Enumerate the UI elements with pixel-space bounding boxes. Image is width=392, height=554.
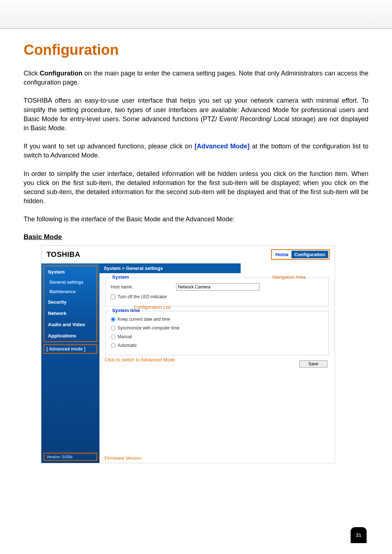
page-title: Configuration <box>24 42 368 58</box>
host-name-label: Host name: <box>111 284 176 290</box>
radio-keep-time[interactable] <box>111 317 115 322</box>
paragraph-5: The following is the interface of the Ba… <box>24 215 368 224</box>
annotation-firmware-version: Firmware Version <box>105 455 141 461</box>
page-number-badge: 31 <box>351 527 367 543</box>
text-bold: Configuration <box>40 70 82 77</box>
sidebar-item-network[interactable]: Network <box>44 308 97 319</box>
subheading-basic-mode: Basic Mode <box>24 233 368 241</box>
sidebar-group: System General settings Maintenance Secu… <box>44 266 97 342</box>
advanced-mode-link-text: [Advanced Mode] <box>195 143 250 150</box>
document-top-bar <box>0 0 392 29</box>
ui-header: TOSHIBA Home Configuration <box>41 246 335 263</box>
paragraph-2: TOSHIBA offers an easy-to-use user inter… <box>24 96 368 133</box>
save-button[interactable]: Save <box>299 360 327 368</box>
nav-configuration-tab[interactable]: Configuration <box>291 251 328 258</box>
sidebar-firmware-version: Version: 0100c <box>44 453 97 461</box>
sidebar-item-audio-video[interactable]: Audio and Video <box>44 319 97 330</box>
radio-manual-time[interactable] <box>111 335 115 339</box>
paragraph-1: Click Configuration on the main page to … <box>24 69 368 87</box>
radio-automatic-time[interactable] <box>111 343 115 348</box>
nav-tabs: Home Configuration <box>271 249 330 260</box>
ui-body: System General settings Maintenance Secu… <box>41 263 335 463</box>
paragraph-3: If you want to set up advanced functions… <box>24 142 368 160</box>
radio-automatic-time-label: Automatic <box>118 343 137 348</box>
sidebar-item-security[interactable]: Security <box>44 296 97 308</box>
led-indicator-checkbox[interactable] <box>111 295 115 299</box>
fieldset-time-legend: System time <box>110 308 142 313</box>
radio-sync-time[interactable] <box>111 326 115 331</box>
paragraph-4: In order to simplify the user interface,… <box>24 169 368 206</box>
sidebar: System General settings Maintenance Secu… <box>41 263 99 463</box>
fieldset-system: System Host name: Turn off the LED indic… <box>105 278 329 307</box>
radio-sync-time-label: Synchronize with computer time <box>118 325 179 331</box>
document-page: Configuration Click Configuration on the… <box>0 29 392 485</box>
sidebar-item-general-settings[interactable]: General settings <box>44 278 97 287</box>
main-panel: System > General settings System Host na… <box>99 263 335 463</box>
radio-keep-time-label: Keep current date and time <box>118 317 170 322</box>
fieldset-system-time: System time Keep current date and time S… <box>105 311 329 355</box>
fieldset-system-legend: System <box>110 274 131 280</box>
led-indicator-label: Turn off the LED indicator <box>118 294 167 299</box>
host-name-input[interactable] <box>176 283 260 291</box>
brand-logo: TOSHIBA <box>46 250 80 259</box>
sidebar-advanced-mode-toggle[interactable]: [ Advanced mode ] <box>44 344 97 354</box>
text: Click <box>24 70 40 77</box>
ui-screenshot: TOSHIBA Home Configuration System Genera… <box>41 245 335 463</box>
nav-home-tab[interactable]: Home <box>273 251 291 258</box>
sidebar-item-applications[interactable]: Applications <box>44 330 97 341</box>
text: If you want to set up advanced functions… <box>24 143 195 150</box>
annotation-switch-advanced: Click to switch to Advanced Mode <box>105 357 175 362</box>
radio-manual-time-label: Manual <box>118 334 132 339</box>
breadcrumb: System > General settings <box>99 263 241 273</box>
sidebar-item-system[interactable]: System <box>44 266 97 278</box>
sidebar-item-maintenance[interactable]: Maintenance <box>44 287 97 296</box>
